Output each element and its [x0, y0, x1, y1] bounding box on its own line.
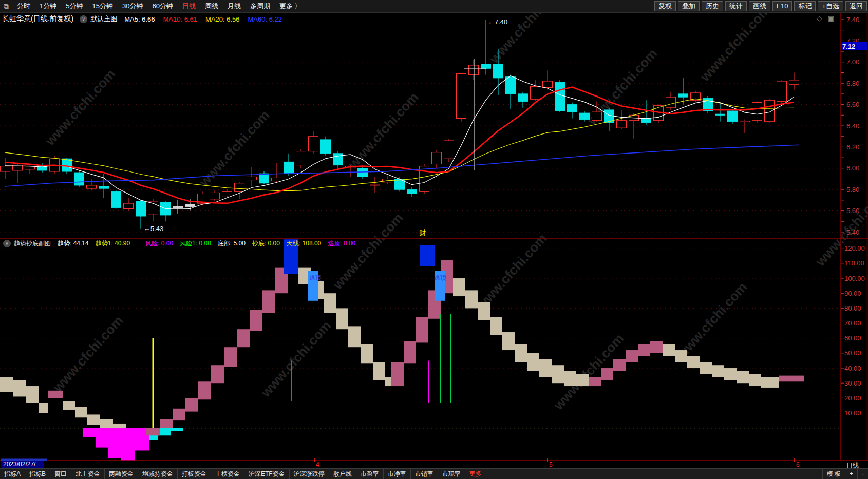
indicator-bar — [146, 428, 160, 436]
indicator-name[interactable]: 趋势抄底副图 — [14, 239, 51, 248]
add-watchlist-button[interactable]: +自选 — [818, 1, 843, 11]
tab-pe-ratio[interactable]: 市盈率 — [356, 469, 384, 479]
tab-ps-ratio[interactable]: 市销率 — [411, 469, 438, 479]
indicator-bar — [502, 332, 515, 350]
period-tab-multi[interactable]: 多周期 — [246, 2, 275, 11]
overlay-button[interactable]: 叠加 — [678, 1, 700, 11]
period-tab-weekly[interactable]: 周线 — [200, 2, 223, 11]
period-tab-fenshi[interactable]: 分时 — [12, 2, 35, 11]
sub-axis-label: 80.00 — [844, 304, 861, 312]
date-axis-row: 2023/02/27/一 日线 — [0, 461, 868, 468]
tab-limit-moves[interactable]: 沪深涨跌停 — [290, 469, 329, 479]
indicator-bar — [198, 381, 211, 399]
sub-axis-label: 70.00 — [844, 319, 861, 327]
ma10-value: MA10: 6.61 — [163, 15, 197, 23]
risk1-value: 风险1: 0.00 — [180, 239, 211, 248]
indicator-bar — [724, 368, 737, 380]
template-button[interactable]: 模 板 — [822, 469, 845, 479]
candle-body — [666, 97, 676, 108]
tab-margin-funds[interactable]: 两融资金 — [105, 469, 138, 479]
indicator-bar — [63, 401, 75, 410]
watermark: www.cfchi.com — [257, 318, 334, 400]
period-tab-15min[interactable]: 15分钟 — [87, 2, 117, 11]
tab-more[interactable]: 更多 — [465, 469, 486, 479]
drawline-button[interactable]: 画线 — [749, 1, 770, 11]
tab-holdings-change[interactable]: 增减持资金 — [138, 469, 178, 479]
main-axis-label: 5.80 — [846, 186, 859, 194]
tab-indicator-b[interactable]: 指标B — [25, 469, 50, 479]
period-tab-1min[interactable]: 1分钟 — [35, 2, 61, 11]
candle-body — [457, 74, 466, 119]
ma5-value: MA5: 6.66 — [124, 15, 155, 23]
trading-app-window: www.cfchi.comwww.cfchi.comwww.cfchi.comw… — [0, 0, 868, 479]
indicator-bar — [361, 344, 373, 363]
indicator-bar — [83, 428, 96, 437]
stock-title: 长虹华意(日线.前复权) — [2, 14, 73, 24]
candle-body — [518, 94, 528, 101]
indicator-bar — [373, 362, 385, 380]
mark-button[interactable]: 标记 — [794, 1, 816, 11]
history-button[interactable]: 历史 — [702, 1, 723, 11]
indicator-bar — [589, 377, 601, 387]
cai-marker: 财 — [419, 229, 426, 237]
tab-list-funds[interactable]: 上榜资金 — [211, 469, 244, 479]
indicator-collapse-icon[interactable]: ˅ — [3, 240, 11, 247]
price-tag-value: 7.12 — [842, 43, 855, 50]
period-tab-daily[interactable]: 日线 — [178, 2, 200, 11]
indicator-bar — [749, 374, 761, 386]
main-axis-label: 6.00 — [846, 164, 859, 172]
indicator-bar — [700, 362, 712, 374]
period-tab-more[interactable]: 更多 〉 — [275, 2, 306, 11]
indicator-bar — [173, 409, 185, 420]
tianxian-value: 天线: 108.00 — [287, 239, 321, 248]
f10-button[interactable]: F10 — [772, 1, 792, 11]
stats-button[interactable]: 统计 — [725, 1, 747, 11]
candle-body — [494, 64, 503, 78]
indicator-bar — [237, 329, 250, 347]
indicator-bar — [490, 317, 502, 335]
main-axis-label: 6.80 — [846, 80, 859, 87]
back-button[interactable]: 返回 — [845, 1, 867, 11]
candle-body — [62, 159, 72, 171]
chevron-down-icon[interactable]: ˅ — [80, 15, 87, 23]
trend-value: 趋势: 44.14 — [58, 239, 89, 248]
period-tab-monthly[interactable]: 月线 — [223, 2, 246, 11]
tab-northbound[interactable]: 北上资金 — [71, 469, 105, 479]
zoom-in-button[interactable]: + — [845, 469, 857, 479]
tab-pb-ratio[interactable]: 市净率 — [384, 469, 411, 479]
sub-axis-label: 60.00 — [844, 334, 861, 342]
candle-body — [321, 140, 331, 154]
app-menu-icon[interactable]: ⧉ — [0, 2, 12, 11]
tab-pcf-ratio[interactable]: 市现率 — [438, 469, 465, 479]
stock-info-bar: 长虹华意(日线.前复权) ˅ 默认主图 MA5: 6.66 MA10: 6.61… — [0, 12, 839, 26]
tab-etf-funds[interactable]: 沪深ETF资金 — [244, 469, 290, 479]
bottom-value: 底部: 5.00 — [218, 239, 246, 248]
indicator-header: ˅ 趋势抄底副图 趋势: 44.14 趋势1: 40.90 风险: 0.00 风… — [0, 239, 837, 247]
tab-retail-line[interactable]: 散户线 — [329, 469, 356, 479]
tab-window[interactable]: 窗口 — [50, 469, 71, 479]
indicator-bar — [576, 374, 589, 386]
main-axis-label: 5.60 — [846, 207, 859, 215]
indicator-bar — [385, 377, 391, 387]
indicator-bar — [108, 428, 121, 458]
period-tab-30min[interactable]: 30分钟 — [118, 2, 147, 11]
indicator-bar — [453, 278, 465, 296]
tab-indicator-a[interactable]: 指标A — [0, 469, 25, 479]
indicator-bar — [26, 386, 39, 403]
period-tab-5min[interactable]: 5分钟 — [61, 2, 87, 11]
indicator-bar — [0, 377, 13, 392]
indicator-bar — [324, 293, 336, 313]
indicator-bar — [336, 308, 348, 329]
chart-corner-icons[interactable]: ◇ ▣ — [817, 14, 836, 22]
indicator-bar — [650, 341, 663, 353]
main-layout-label[interactable]: 默认主图 — [90, 14, 117, 24]
risk-value: 风险: 0.00 — [145, 239, 173, 248]
candle-body — [87, 185, 97, 188]
tab-daban-funds[interactable]: 打板资金 — [178, 469, 211, 479]
indicator-bar — [527, 353, 539, 371]
fuquan-button[interactable]: 复权 — [654, 1, 676, 11]
candle-body — [247, 177, 257, 180]
period-tab-60min[interactable]: 60分钟 — [147, 2, 177, 11]
zoom-out-button[interactable]: - — [857, 469, 868, 479]
sub-axis-label: 100.00 — [844, 275, 865, 282]
